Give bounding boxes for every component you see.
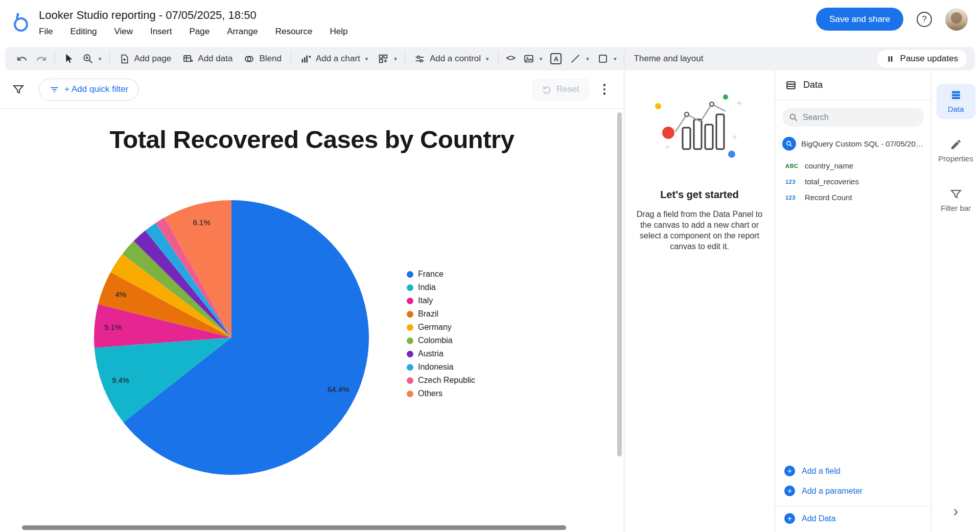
horizontal-scrollbar[interactable] <box>22 525 566 530</box>
undo-button[interactable] <box>12 49 32 68</box>
menu-item[interactable]: Editing <box>70 27 97 37</box>
menu-item[interactable]: Resource <box>275 27 313 37</box>
legend-item[interactable]: Italy <box>407 297 475 305</box>
field-row[interactable]: 123 total_recoveries <box>775 174 931 189</box>
legend-item[interactable]: Colombia <box>407 336 475 345</box>
legend-label: Germany <box>418 323 452 332</box>
add-a-parameter-label: Add a parameter <box>802 487 862 496</box>
plus-circle-icon: + <box>784 466 795 476</box>
field-row[interactable]: 123 Record Count <box>775 189 931 205</box>
save-and-share-button[interactable]: Save and share <box>816 8 903 31</box>
shape-tool-icon <box>597 53 609 64</box>
add-data-icon <box>182 54 193 64</box>
add-quick-filter-button[interactable]: + Add quick filter <box>39 79 139 101</box>
legend-item[interactable]: Others <box>407 390 475 398</box>
field-row[interactable]: ABC country_name <box>775 158 931 174</box>
legend-item[interactable]: France <box>407 270 475 278</box>
rail-tab-data[interactable]: Data <box>937 84 975 119</box>
chart-title[interactable]: Total Recovered Cases by Country <box>0 125 624 154</box>
legend-color-dot <box>407 311 413 318</box>
embed-code-button[interactable]: <> <box>502 49 519 68</box>
legend-label: Austria <box>418 349 444 358</box>
redo-button[interactable] <box>32 49 51 68</box>
cursor-icon <box>63 53 74 64</box>
help-icon[interactable]: ? <box>917 12 932 27</box>
select-tool-button[interactable] <box>59 49 78 68</box>
add-control-button[interactable]: Add a control ▾ <box>409 49 495 68</box>
chevron-down-icon: ▾ <box>586 56 589 62</box>
collapse-panel-chevron-icon[interactable]: › <box>953 503 959 519</box>
menu-item[interactable]: File <box>39 27 53 37</box>
legend-item[interactable]: India <box>407 283 475 292</box>
pie-slice-label: 8.1% <box>193 218 210 227</box>
add-page-icon <box>119 54 130 64</box>
legend-color-dot <box>407 298 413 304</box>
legend-color-dot <box>407 377 413 384</box>
add-data-button-bottom[interactable]: + Add Data <box>775 506 931 532</box>
menu-item[interactable]: Help <box>330 27 347 37</box>
report-page[interactable]: Total Recovered Cases by Country 64.4%9.… <box>0 109 624 532</box>
field-name: country_name <box>805 161 853 170</box>
more-options-kebab-icon[interactable] <box>600 81 609 98</box>
blend-label: Blend <box>259 54 281 64</box>
field-name: Record Count <box>805 193 852 202</box>
menu-item[interactable]: View <box>114 27 133 37</box>
search-icon <box>788 112 798 122</box>
zoom-tool-button[interactable]: ▾ <box>78 49 106 68</box>
legend-item[interactable]: Germany <box>407 323 475 331</box>
legend-color-dot <box>407 271 413 278</box>
data-source-row[interactable]: BigQuery Custom SQL - 07/05/2025, 1... <box>775 137 931 151</box>
add-a-field-button[interactable]: + Add a field <box>775 461 931 481</box>
edit-toolbar: ▾ Add page Add data Blend Add a chart ▾ … <box>5 47 975 70</box>
theme-and-layout-button[interactable]: Theme and layout <box>628 49 709 68</box>
chevron-down-icon: ▾ <box>540 56 543 62</box>
toolbar-divider <box>405 52 405 66</box>
menu-item[interactable]: Arrange <box>227 27 258 37</box>
data-panel-title: Data <box>803 80 823 90</box>
field-type-icon: 123 <box>785 195 799 201</box>
field-search[interactable] <box>782 108 924 127</box>
field-type-icon: 123 <box>785 179 799 185</box>
insert-image-button[interactable]: ▾ <box>519 49 547 68</box>
legend-item[interactable]: Indonesia <box>407 363 475 371</box>
report-title[interactable]: Looker Studio reporting - 07/05/2025, 18… <box>39 9 347 22</box>
top-header: Looker Studio reporting - 07/05/2025, 18… <box>0 0 980 47</box>
blend-button[interactable]: Blend <box>238 49 287 68</box>
rail-tab-filter-bar[interactable]: Filter bar <box>937 183 975 218</box>
add-quick-filter-label: + Add quick filter <box>64 84 128 94</box>
add-a-parameter-button[interactable]: + Add a parameter <box>775 481 931 501</box>
text-tool-icon: A <box>550 53 562 64</box>
insert-text-button[interactable]: A <box>546 49 566 68</box>
community-visualizations-button[interactable]: ▾ <box>374 49 401 68</box>
pause-icon <box>886 55 895 63</box>
reset-button[interactable]: Reset <box>532 79 589 101</box>
add-data-button[interactable]: Add data <box>177 49 238 68</box>
legend-color-dot <box>407 351 413 357</box>
add-a-field-label: Add a field <box>802 467 841 476</box>
field-type-icon: ABC <box>785 163 799 169</box>
reset-icon <box>542 85 552 94</box>
pause-updates-button[interactable]: Pause updates <box>876 49 968 68</box>
vertical-scrollbar[interactable] <box>617 112 622 456</box>
legend-item[interactable]: Czech Republic <box>407 376 475 384</box>
funnel-icon[interactable] <box>12 83 25 95</box>
menu-item[interactable]: Page <box>189 27 209 37</box>
looker-studio-logo-icon[interactable] <box>11 11 31 36</box>
rail-tab-properties[interactable]: Properties <box>937 133 975 168</box>
insert-line-button[interactable]: ▾ <box>566 49 593 68</box>
legend-color-dot <box>407 364 413 371</box>
add-page-button[interactable]: Add page <box>113 49 177 68</box>
search-input[interactable] <box>803 113 918 122</box>
chevron-down-icon: ▾ <box>486 56 489 62</box>
theme-and-layout-label: Theme and layout <box>634 54 703 64</box>
add-chart-button[interactable]: Add a chart ▾ <box>295 49 374 68</box>
pie-chart[interactable]: 64.4%9.4%5.1%4%8.1% <box>92 199 370 476</box>
legend-color-dot <box>407 324 413 331</box>
menu-item[interactable]: Insert <box>150 27 172 37</box>
legend-item[interactable]: Brazil <box>407 310 475 318</box>
data-panel-icon <box>785 80 797 91</box>
avatar[interactable] <box>945 8 968 31</box>
insert-shape-button[interactable]: ▾ <box>593 49 621 68</box>
add-chart-label: Add a chart <box>316 54 360 64</box>
legend-item[interactable]: Austria <box>407 350 475 358</box>
